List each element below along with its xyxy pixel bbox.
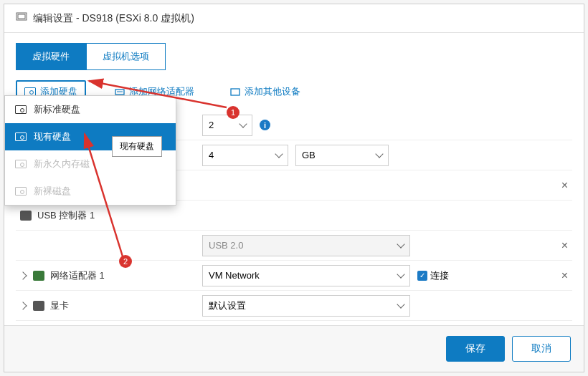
chevron-down-icon <box>239 120 247 127</box>
expand-icon[interactable] <box>19 302 27 309</box>
chevron-down-icon <box>397 270 404 278</box>
menu-raw-disk: 新裸磁盘 <box>5 178 176 205</box>
dialog-title: 编辑设置 - DS918 (ESXi 8.0 虚拟机) <box>33 12 194 25</box>
cpu-select[interactable]: 2 <box>202 115 252 136</box>
disk-icon <box>15 132 27 141</box>
add-other-button[interactable]: 添加其他设备 <box>223 82 308 102</box>
tab-virtual-hardware[interactable]: 虚拟硬件 <box>16 43 86 70</box>
tooltip-existing-disk: 现有硬盘 <box>112 136 162 157</box>
memory-input[interactable]: 4 <box>202 145 288 166</box>
callout-1: 1 <box>227 106 240 119</box>
disk-icon <box>15 105 27 114</box>
checkbox-checked-icon: ✓ <box>417 271 427 281</box>
expand-icon[interactable] <box>19 271 27 279</box>
row-usb-value: USB 2.0 × <box>16 231 572 261</box>
info-icon[interactable]: i <box>260 120 270 130</box>
memory-unit-select[interactable]: GB <box>295 145 389 166</box>
usb-version-select: USB 2.0 <box>202 235 410 256</box>
row-network-adapter: 网络适配器 1 VM Network ✓ 连接 × <box>16 261 572 291</box>
disk-icon <box>15 187 27 196</box>
edit-settings-dialog: 编辑设置 - DS918 (ESXi 8.0 虚拟机) 虚拟硬件 虚拟机选项 添… <box>4 4 584 372</box>
disk-icon <box>15 160 27 168</box>
chevron-down-icon <box>397 300 404 308</box>
svg-rect-1 <box>18 14 25 19</box>
usb-icon <box>20 211 32 221</box>
tab-vm-options[interactable]: 虚拟机选项 <box>86 43 166 70</box>
content-area: 添加硬盘 添加网络适配器 添加其他设备 新标准硬盘 <box>4 70 584 325</box>
device-icon <box>230 87 240 97</box>
callout-2: 2 <box>119 255 132 268</box>
chevron-down-icon <box>275 150 283 158</box>
row-video-card: 显卡 默认设置 <box>16 291 572 321</box>
titlebar: 编辑设置 - DS918 (ESXi 8.0 虚拟机) <box>4 4 584 33</box>
save-button[interactable]: 保存 <box>446 336 505 362</box>
network-select[interactable]: VM Network <box>202 265 410 286</box>
cancel-button[interactable]: 取消 <box>512 336 571 362</box>
chevron-down-icon <box>375 150 383 158</box>
gpu-select[interactable]: 默认设置 <box>202 295 410 317</box>
svg-rect-3 <box>231 89 240 95</box>
chevron-down-icon <box>397 240 404 248</box>
remove-nic-button[interactable]: × <box>561 269 568 282</box>
connect-checkbox[interactable]: ✓ 连接 <box>417 269 449 282</box>
menu-new-standard-disk[interactable]: 新标准硬盘 <box>5 96 176 123</box>
remove-sata-button[interactable]: × <box>561 179 568 192</box>
dialog-footer: 保存 取消 <box>4 325 584 372</box>
gpu-icon <box>33 301 44 311</box>
remove-usb-button[interactable]: × <box>561 239 568 252</box>
tabs: 虚拟硬件 虚拟机选项 <box>16 43 572 70</box>
nic-icon <box>33 271 44 281</box>
vm-icon <box>16 11 27 25</box>
